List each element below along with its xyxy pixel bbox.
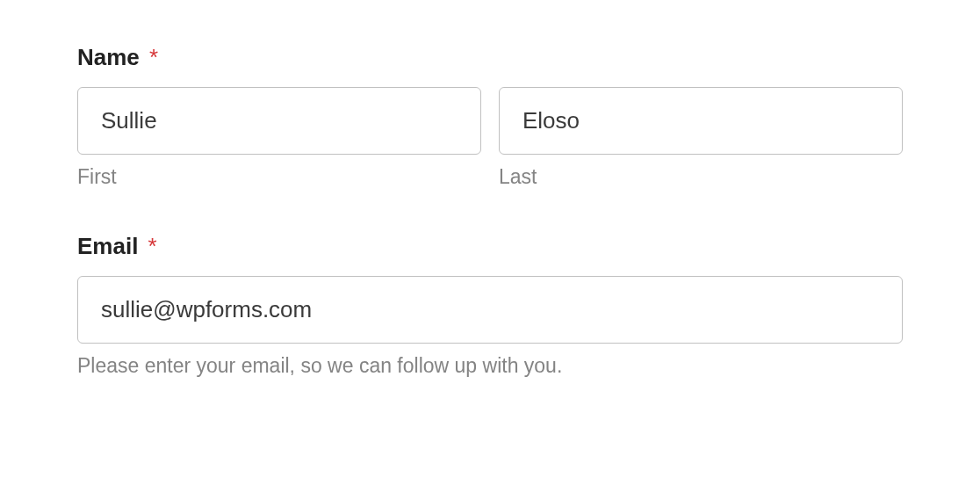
name-label-text: Name	[77, 44, 140, 70]
required-asterisk: *	[148, 233, 157, 259]
first-name-input[interactable]	[77, 87, 481, 155]
last-name-sublabel: Last	[499, 165, 903, 189]
name-row: First Last	[77, 87, 903, 189]
email-label: Email *	[77, 233, 903, 260]
email-field-group: Email * Please enter your email, so we c…	[77, 233, 903, 378]
first-name-sublabel: First	[77, 165, 481, 189]
name-label: Name *	[77, 44, 903, 71]
first-name-col: First	[77, 87, 481, 189]
email-input[interactable]	[77, 276, 903, 344]
email-label-text: Email	[77, 233, 138, 259]
last-name-col: Last	[499, 87, 903, 189]
required-asterisk: *	[149, 44, 158, 70]
last-name-input[interactable]	[499, 87, 903, 155]
email-description: Please enter your email, so we can follo…	[77, 354, 903, 378]
name-field-group: Name * First Last	[77, 44, 903, 189]
